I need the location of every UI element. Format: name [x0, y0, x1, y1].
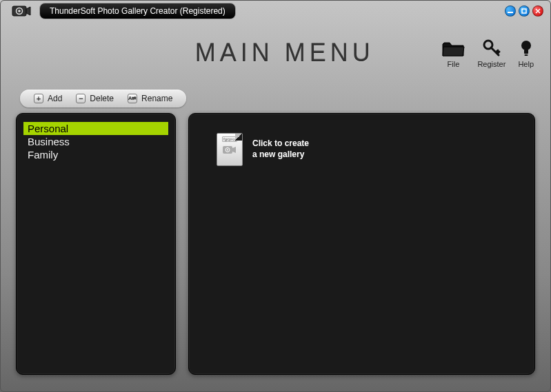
page-title: MAIN MENU	[17, 39, 441, 68]
add-button[interactable]: + Add	[27, 92, 69, 105]
rename-button[interactable]: A⇄ Rename	[121, 92, 179, 105]
header-tools: File Register Help	[441, 37, 534, 68]
create-gallery-button[interactable]: fgcproj Click to create a new gallery	[217, 133, 309, 166]
content: Personal Business Family fgcproj Click t…	[1, 113, 550, 375]
delete-button[interactable]: − Delete	[69, 92, 121, 105]
file-label: File	[448, 60, 460, 68]
key-icon	[482, 37, 501, 58]
minimize-button[interactable]	[505, 6, 516, 17]
rename-label: Rename	[141, 94, 172, 103]
bulb-icon	[519, 37, 533, 58]
category-item-personal[interactable]: Personal	[23, 122, 168, 135]
help-label: Help	[518, 60, 534, 68]
svg-point-6	[521, 41, 531, 50]
header: MAIN MENU File Register	[1, 21, 550, 80]
close-button[interactable]	[532, 6, 543, 17]
plus-icon: +	[34, 94, 43, 103]
window-title: ThunderSoft Photo Gallery Creator (Regis…	[39, 3, 236, 19]
camera-glyph-icon	[222, 144, 237, 159]
svg-rect-3	[508, 12, 513, 13]
category-item-business[interactable]: Business	[23, 135, 168, 148]
delete-label: Delete	[90, 94, 114, 103]
svg-rect-8	[524, 54, 528, 56]
maximize-button[interactable]	[519, 6, 530, 17]
gallery-panel: fgcproj Click to create a new gallery	[188, 113, 535, 375]
category-panel: Personal Business Family	[16, 113, 176, 375]
titlebar: ThunderSoft Photo Gallery Creator (Regis…	[1, 1, 550, 21]
svg-rect-7	[524, 50, 528, 54]
rename-icon: A⇄	[128, 94, 137, 103]
help-button[interactable]: Help	[518, 37, 534, 68]
create-gallery-text: Click to create a new gallery	[252, 138, 309, 160]
svg-point-2	[18, 10, 21, 12]
add-label: Add	[48, 94, 62, 103]
file-extension-label: fgcproj	[222, 136, 237, 142]
minus-icon: −	[76, 94, 86, 103]
create-line1: Click to create	[252, 138, 309, 149]
svg-point-11	[227, 149, 228, 151]
create-line2: a new gallery	[252, 149, 309, 161]
window-controls	[505, 6, 543, 17]
svg-rect-4	[522, 9, 526, 13]
folder-icon	[441, 37, 465, 58]
register-label: Register	[477, 60, 505, 68]
category-toolbar: + Add − Delete A⇄ Rename	[20, 90, 186, 107]
category-item-family[interactable]: Family	[23, 148, 168, 161]
app-logo-icon	[12, 3, 31, 19]
register-button[interactable]: Register	[477, 37, 505, 68]
file-menu-button[interactable]: File	[441, 37, 465, 68]
project-file-icon: fgcproj	[217, 133, 243, 166]
